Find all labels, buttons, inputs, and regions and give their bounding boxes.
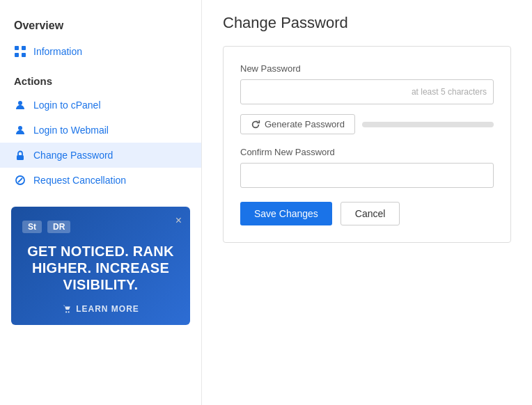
svg-rect-6 [17,155,24,160]
confirm-password-input[interactable] [240,163,494,188]
svg-point-4 [18,101,22,105]
ad-tag-dr: DR [47,221,70,233]
lock-icon [14,149,26,161]
svg-rect-0 [15,46,19,50]
overview-title: Overview [0,14,201,39]
sidebar-item-information[interactable]: Information [0,39,201,64]
shopping-icon [62,304,72,314]
svg-point-9 [65,311,67,312]
sidebar-item-login-webmail[interactable]: Login to Webmail [0,118,201,143]
new-password-label: New Password [240,63,494,74]
sidebar-item-login-cpanel-label: Login to cPanel [33,100,101,111]
ad-banner: St DR × GET NOTICED. RANK HIGHER. INCREA… [11,207,190,325]
generate-password-button[interactable]: Generate Password [240,114,355,134]
ad-close-button[interactable]: × [175,215,182,226]
svg-point-10 [68,311,70,312]
svg-point-5 [18,126,22,130]
grid-icon [14,45,26,58]
user-icon [14,99,26,111]
ad-cta-button[interactable]: LEARN MORE [22,304,179,314]
new-password-input[interactable] [240,79,494,104]
sidebar: Overview Information Actions [0,0,202,405]
svg-rect-3 [22,53,26,57]
generate-password-label: Generate Password [265,119,345,129]
sidebar-item-login-webmail-label: Login to Webmail [33,125,109,136]
sidebar-item-change-password-label: Change Password [33,150,113,161]
form-buttons: Save Changes Cancel [240,202,494,225]
main-content: Change Password New Password at least 5 … [202,0,532,405]
sidebar-item-change-password[interactable]: Change Password [0,143,201,168]
svg-line-8 [18,178,22,182]
sidebar-item-information-label: Information [33,46,82,57]
sidebar-item-request-cancellation-label: Request Cancellation [33,175,126,186]
ad-headline: GET NOTICED. RANK HIGHER. INCREASE VISIB… [22,243,179,293]
ad-cta-label: LEARN MORE [76,304,139,314]
generate-password-row: Generate Password [240,114,494,134]
confirm-password-label: Confirm New Password [240,147,494,157]
actions-title: Actions [0,64,201,93]
cancel-button[interactable]: Cancel [341,202,400,225]
sidebar-item-login-cpanel[interactable]: Login to cPanel [0,93,201,118]
change-password-card: New Password at least 5 characters Gener… [223,46,511,243]
password-strength-bar [362,122,494,127]
user-webmail-icon [14,124,26,136]
sidebar-item-request-cancellation[interactable]: Request Cancellation [0,168,201,193]
save-changes-button[interactable]: Save Changes [240,202,332,225]
cancel-icon [14,174,26,186]
ad-tags: St DR [22,221,179,233]
svg-rect-1 [22,46,26,50]
refresh-icon [251,120,260,129]
svg-rect-2 [15,53,19,57]
page-title: Change Password [223,14,511,32]
ad-tag-st: St [22,221,42,233]
new-password-wrapper: at least 5 characters [240,79,494,104]
